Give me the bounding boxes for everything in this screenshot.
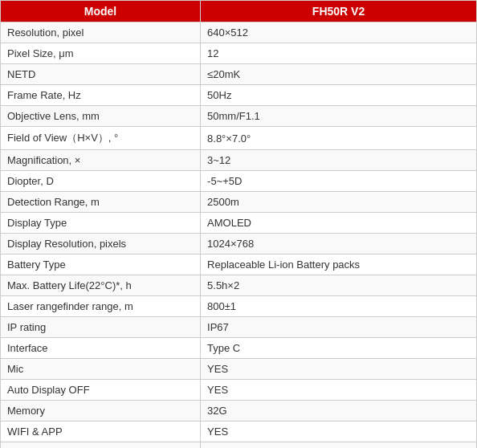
table-row: Diopter, D-5~+5D (1, 171, 477, 192)
spec-table: Model FH50R V2 Resolution, pixel640×512P… (0, 0, 477, 448)
table-row: Resolution, pixel640×512 (1, 22, 477, 43)
spec-value: 32G (201, 401, 477, 422)
table-row: Pixel Size, μm12 (1, 43, 477, 64)
table-row: Display TypeAMOLED (1, 213, 477, 234)
spec-value: 50mm/F1.1 (201, 106, 477, 127)
spec-label: Battery Type (1, 255, 201, 275)
spec-value: YES (201, 359, 477, 380)
spec-label: Objective Lens, mm (1, 106, 201, 127)
spec-label: Frame Rate, Hz (1, 85, 201, 106)
spec-value: 2500m (201, 192, 477, 213)
table-row: Max. Battery Life(22°C)*, h5.5h×2 (1, 275, 477, 296)
spec-value: IP67 (201, 317, 477, 338)
spec-label: Laser rangefinder range, m (1, 296, 201, 317)
spec-value: AMOLED (201, 213, 477, 234)
spec-label: Display Resolution, pixels (1, 234, 201, 255)
spec-value: 640×512 (201, 22, 477, 43)
spec-value: 3~12 (201, 150, 477, 171)
spec-value: ＜500g (201, 442, 477, 449)
spec-value: 8.8°×7.0° (201, 127, 477, 150)
spec-label: IP rating (1, 317, 201, 338)
table-row: Magnification, ×3~12 (1, 150, 477, 171)
spec-value: 50Hz (201, 85, 477, 106)
spec-value: 800±1 (201, 296, 477, 317)
spec-label: WIFI & APP (1, 422, 201, 442)
table-row: Auto Display OFFYES (1, 380, 477, 401)
header-model-value: FH50R V2 (201, 1, 477, 22)
table-row: Objective Lens, mm50mm/F1.1 (1, 106, 477, 127)
header-model: Model (1, 1, 201, 22)
spec-value: -5~+5D (201, 171, 477, 192)
table-row: WIFI & APPYES (1, 422, 477, 442)
spec-label: NETD (1, 64, 201, 85)
spec-label: Display Type (1, 213, 201, 234)
spec-value: ≤20mK (201, 64, 477, 85)
spec-label: Resolution, pixel (1, 22, 201, 43)
table-row: NETD≤20mK (1, 64, 477, 85)
table-row: Battery TypeReplaceable Li-ion Battery p… (1, 255, 477, 275)
spec-value: 12 (201, 43, 477, 64)
spec-label: Weight (1, 442, 201, 449)
spec-label: Mic (1, 359, 201, 380)
spec-value: 5.5h×2 (201, 275, 477, 296)
spec-value: Type C (201, 338, 477, 359)
table-row: Frame Rate, Hz50Hz (1, 85, 477, 106)
table-row: Detection Range, m2500m (1, 192, 477, 213)
table-row: Field of View（H×V）, °8.8°×7.0° (1, 127, 477, 150)
spec-label: Diopter, D (1, 171, 201, 192)
spec-value: YES (201, 422, 477, 442)
spec-label: Max. Battery Life(22°C)*, h (1, 275, 201, 296)
table-row: Weight＜500g (1, 442, 477, 449)
spec-label: Memory (1, 401, 201, 422)
spec-label: Magnification, × (1, 150, 201, 171)
spec-label: Interface (1, 338, 201, 359)
spec-value: YES (201, 380, 477, 401)
spec-value: 1024×768 (201, 234, 477, 255)
table-row: Memory32G (1, 401, 477, 422)
table-header-row: Model FH50R V2 (1, 1, 477, 22)
spec-label: Field of View（H×V）, ° (1, 127, 201, 150)
spec-value: Replaceable Li-ion Battery packs (201, 255, 477, 275)
spec-label: Detection Range, m (1, 192, 201, 213)
table-row: Display Resolution, pixels1024×768 (1, 234, 477, 255)
table-row: IP ratingIP67 (1, 317, 477, 338)
table-row: InterfaceType C (1, 338, 477, 359)
table-row: Laser rangefinder range, m800±1 (1, 296, 477, 317)
spec-label: Auto Display OFF (1, 380, 201, 401)
spec-label: Pixel Size, μm (1, 43, 201, 64)
table-row: MicYES (1, 359, 477, 380)
